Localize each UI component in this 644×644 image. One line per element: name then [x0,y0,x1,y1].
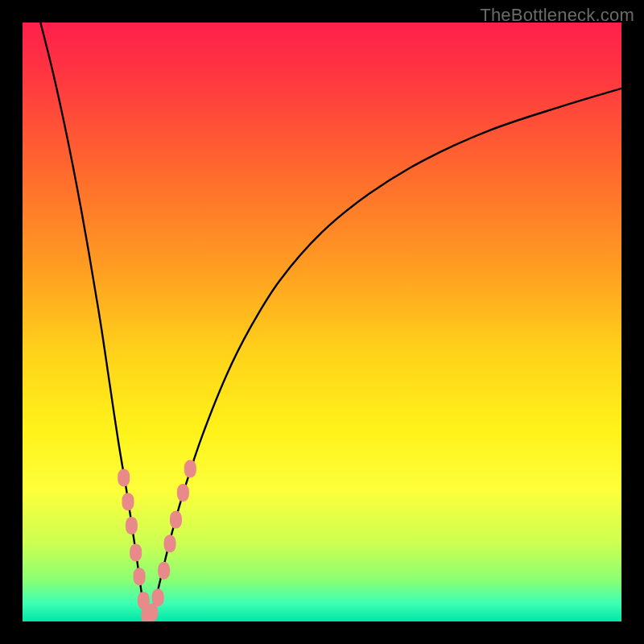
curve-layer [23,23,621,621]
curve-marker [122,493,134,510]
curve-marker [134,568,146,585]
curve-marker [130,543,142,561]
curve-marker [126,517,138,535]
curve-marker [152,588,164,606]
curve-markers [118,460,196,621]
curve-marker [177,484,189,502]
curve-marker [170,511,182,529]
plot-area [23,23,621,621]
curve-marker [184,460,196,477]
curve-marker [118,469,130,486]
curve-marker [146,604,158,621]
chart-frame: TheBottleneck.com [0,0,644,644]
curve-marker [158,562,170,580]
curve-marker [164,535,176,552]
